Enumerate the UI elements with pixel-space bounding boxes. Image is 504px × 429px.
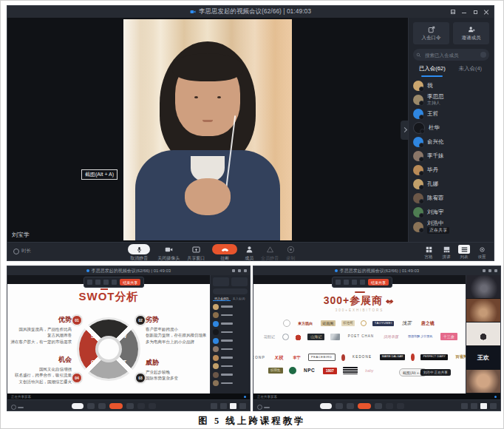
settings-button[interactable]: [490, 403, 497, 409]
share-tool-icon[interactable]: [360, 280, 365, 285]
mini-member-row[interactable]: [213, 371, 248, 378]
mini-member-row[interactable]: [213, 312, 248, 319]
view-list-button[interactable]: [230, 403, 236, 409]
view-gallery-button[interactable]: [471, 403, 477, 409]
tab-not-joined[interactable]: 未入会(4): [231, 297, 248, 301]
maximize-icon[interactable]: [472, 9, 478, 15]
mini-member-row[interactable]: [213, 354, 248, 361]
mini-member-row[interactable]: [213, 337, 248, 344]
meeting-code-button[interactable]: [213, 277, 229, 286]
share-tool-icon[interactable]: [87, 280, 92, 285]
member-row[interactable]: 俞兴伦: [413, 136, 489, 148]
unmute-button[interactable]: 取消静音: [128, 244, 150, 261]
member-name: 王哲: [427, 111, 438, 118]
share-window-button[interactable]: 共享窗口: [187, 244, 205, 261]
camera-button[interactable]: [87, 403, 95, 409]
hangup-button[interactable]: 挂断: [212, 244, 237, 261]
mute-all-button[interactable]: 全员静音: [261, 244, 279, 261]
view-grid-button[interactable]: [461, 403, 468, 409]
camera-icon: [86, 269, 89, 272]
sidebar-collapse-handle[interactable]: [401, 121, 408, 140]
member-row[interactable]: 孔娜: [413, 178, 489, 190]
mini-avatar: [213, 380, 219, 386]
share-tool-icon[interactable]: [352, 280, 357, 285]
window-controls[interactable]: [483, 269, 497, 272]
view-grid-button[interactable]: [211, 403, 217, 409]
brand-logo: KEDONE: [351, 354, 374, 360]
threats-lines: 产业起步较晚 国际形势复杂多变: [146, 369, 210, 382]
share-window-button[interactable]: [347, 403, 354, 409]
member-search[interactable]: [213, 288, 248, 294]
view-grid-button[interactable]: 宫格: [423, 245, 435, 260]
share-tool-icon[interactable]: [336, 280, 341, 285]
mini-name-bar: [221, 331, 233, 334]
invite-button[interactable]: [231, 277, 248, 286]
end-share-button[interactable]: 结束共享: [368, 279, 389, 286]
tab-joined[interactable]: 已入会(62): [413, 65, 452, 75]
unmute-button[interactable]: [320, 403, 332, 409]
list-icon: [458, 245, 470, 254]
member-search[interactable]: [413, 49, 489, 61]
mute-all-button[interactable]: [137, 403, 145, 409]
members-button[interactable]: 成员: [245, 244, 253, 261]
share-tool-icon[interactable]: [103, 280, 109, 285]
camera-button[interactable]: 关闭摄像头: [157, 244, 180, 261]
member-text: 杜华: [429, 125, 440, 132]
end-share-button[interactable]: 结束共享: [120, 279, 140, 286]
mini-member-row[interactable]: [213, 380, 248, 387]
brand-logo: 十三余: [440, 333, 457, 340]
mini-member-row[interactable]: [213, 303, 248, 310]
tab-not-joined[interactable]: 未入会(4): [452, 65, 490, 75]
mini-member-row[interactable]: [213, 329, 248, 336]
invite-button[interactable]: 邀请成员: [453, 22, 489, 44]
participant-video-thumb[interactable]: [466, 275, 500, 299]
settings-button[interactable]: [239, 403, 246, 409]
participant-video-thumb[interactable]: 王欢: [466, 346, 500, 370]
share-window-button[interactable]: [98, 403, 106, 409]
member-row[interactable]: 刘浩中 正在共享: [413, 220, 489, 234]
record-button[interactable]: 录制: [286, 244, 295, 261]
hangup-button[interactable]: [109, 403, 123, 409]
strengths-label: 优势: [7, 315, 72, 325]
meeting-code-button[interactable]: 入会口令: [413, 22, 449, 44]
tab-joined[interactable]: 已入会(62): [213, 297, 231, 301]
brand-logo: 司南阁: [321, 320, 336, 326]
record-button[interactable]: [149, 403, 156, 409]
member-row[interactable]: 王哲: [413, 108, 489, 120]
member-row[interactable]: 刘海宇: [413, 206, 489, 218]
mini-member-row[interactable]: [213, 346, 248, 353]
close-icon[interactable]: [483, 9, 489, 15]
participant-video-thumb[interactable]: [466, 370, 500, 393]
view-list-button[interactable]: [480, 403, 487, 409]
view-gallery-button[interactable]: [220, 403, 227, 409]
member-row[interactable]: 杜华: [413, 122, 489, 134]
unmute-button[interactable]: [72, 403, 84, 409]
member-row[interactable]: 我: [413, 80, 489, 92]
layout-icon[interactable]: [450, 9, 456, 15]
share-tool-icon[interactable]: [95, 280, 101, 285]
participant-video-thumb[interactable]: [466, 299, 500, 322]
mute-all-button[interactable]: [386, 403, 393, 409]
member-row[interactable]: 李千妹: [413, 150, 489, 162]
view-gallery-button[interactable]: 演讲: [440, 245, 452, 260]
window-controls[interactable]: [232, 269, 247, 272]
record-button[interactable]: [397, 403, 404, 409]
mini-member-row[interactable]: [213, 363, 248, 370]
camera-button[interactable]: [336, 403, 343, 409]
camera-icon: [165, 244, 173, 254]
member-row[interactable]: 陈宥蓉: [413, 192, 489, 204]
share-tool-icon[interactable]: [344, 280, 349, 285]
share-tool-icon[interactable]: [112, 280, 117, 285]
settings-button[interactable]: 设置: [476, 245, 488, 260]
members-button[interactable]: [375, 403, 382, 409]
search-option-icon[interactable]: [480, 52, 486, 58]
mini-member-row[interactable]: [213, 320, 248, 327]
view-list-button[interactable]: 列表: [458, 245, 470, 260]
members-button[interactable]: [126, 403, 134, 409]
member-row[interactable]: 李思思 主持人: [413, 94, 489, 106]
hangup-button[interactable]: [358, 403, 371, 409]
member-row[interactable]: 毕丹: [413, 164, 489, 176]
member-search-input[interactable]: [423, 52, 478, 58]
participant-video-thumb[interactable]: [466, 322, 500, 346]
minimize-icon[interactable]: [461, 9, 467, 15]
